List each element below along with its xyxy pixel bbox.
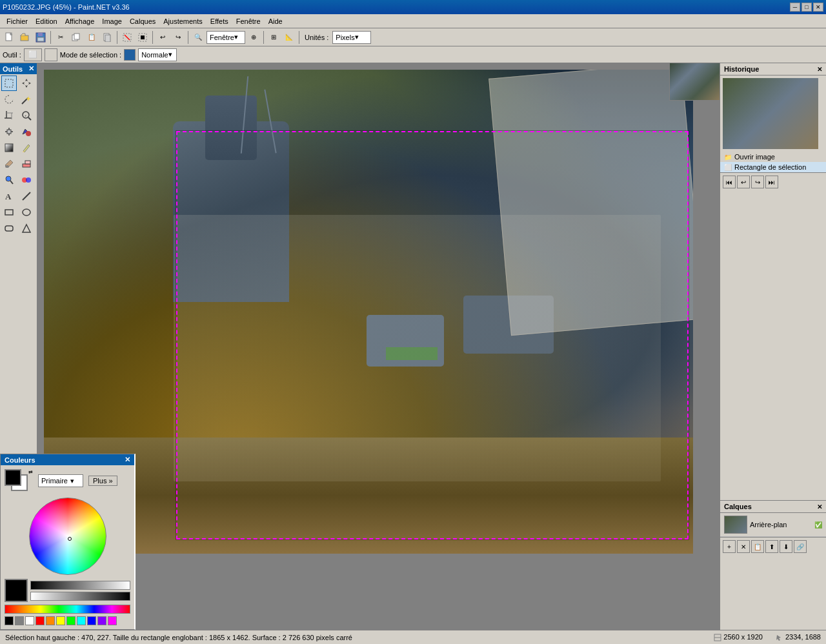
tool-rect-select[interactable]	[1, 75, 17, 91]
layer-down-btn[interactable]: ⬇	[780, 540, 792, 553]
menu-aide[interactable]: Aide	[265, 16, 287, 26]
paste-button[interactable]: 📋	[85, 30, 99, 45]
preset-yellow[interactable]	[56, 616, 65, 625]
menu-fichier[interactable]: Fichier	[3, 16, 32, 26]
preset-white[interactable]	[25, 616, 34, 625]
paste2-button[interactable]	[100, 30, 114, 45]
menu-calques[interactable]: Calques	[126, 16, 159, 26]
layer-duplicate-btn[interactable]: 📋	[751, 540, 764, 553]
save-button[interactable]	[34, 30, 48, 45]
deselect-button[interactable]	[120, 30, 134, 45]
tools-close[interactable]: ✕	[28, 65, 34, 73]
mode-dropdown[interactable]: Normale ▾	[138, 48, 177, 61]
color-mode-dropdown[interactable]: Primaire ▾	[38, 474, 83, 487]
history-close[interactable]: ✕	[817, 66, 822, 73]
preset-cyan[interactable]	[77, 616, 86, 625]
layer-visible-checkbox[interactable]: ✅	[814, 521, 822, 528]
invert-button[interactable]	[136, 30, 150, 45]
preset-gray[interactable]	[15, 616, 24, 625]
menu-affichage[interactable]: Affichage	[61, 16, 99, 26]
zoom-out-button[interactable]: 🔍	[191, 30, 205, 45]
canvas-image	[44, 70, 693, 554]
preset-purple[interactable]	[97, 616, 106, 625]
history-item-open[interactable]: 📁 Ouvrir image	[720, 152, 826, 162]
new-button[interactable]	[3, 30, 17, 45]
cut-button[interactable]: ✂	[54, 30, 68, 45]
tool-color-picker[interactable]	[1, 172, 17, 188]
history-panel-header: Historique ✕	[720, 63, 826, 75]
tool-crop[interactable]	[1, 108, 17, 123]
tool-zoom[interactable]: +	[19, 108, 34, 123]
layers-panel: Calques ✕ Arrière-plan ✅ + ✕ 📋 ⬆ ⬇ 🔗	[720, 501, 826, 630]
tool-freeform[interactable]	[19, 221, 34, 236]
preset-black[interactable]	[5, 616, 14, 625]
copy-button[interactable]	[69, 30, 83, 45]
tool-shape-roundrect[interactable]	[1, 221, 17, 236]
color-wheel[interactable]	[29, 498, 106, 575]
layers-close[interactable]: ✕	[817, 503, 822, 510]
color-opacity-bar[interactable]	[30, 592, 130, 601]
grid-button[interactable]: ⊞	[267, 30, 281, 45]
tool-lasso[interactable]	[1, 92, 17, 107]
tool-text[interactable]: A	[1, 188, 17, 204]
color-rainbow-bar[interactable]	[5, 605, 130, 614]
primary-swatch[interactable]	[5, 469, 21, 486]
menu-image[interactable]: Image	[98, 16, 126, 26]
color-lightness-bar[interactable]	[30, 581, 130, 590]
colors-plus-button[interactable]: Plus »	[88, 476, 117, 486]
history-item-rect[interactable]: ⬜ Rectangle de sélection	[720, 162, 826, 172]
tool-shape-rect[interactable]	[1, 205, 17, 220]
colors-close-btn[interactable]: ✕	[125, 456, 130, 464]
minimize-button[interactable]: ─	[790, 3, 800, 12]
open-button[interactable]	[18, 30, 32, 45]
tool-brush[interactable]	[1, 156, 17, 172]
menu-edition[interactable]: Edition	[32, 16, 61, 26]
tool-recolor[interactable]	[19, 172, 34, 188]
preview-thumbnail	[669, 63, 720, 101]
preset-red[interactable]	[35, 616, 45, 625]
tool-pencil[interactable]	[19, 140, 34, 156]
tool-pan[interactable]	[1, 124, 17, 139]
layer-delete-btn[interactable]: ✕	[737, 540, 750, 553]
preset-blue[interactable]	[87, 616, 96, 625]
colors-top-row: ⇄ Primaire ▾ Plus »	[5, 469, 130, 492]
menu-ajustements[interactable]: Ajustements	[159, 16, 206, 26]
separator-5	[263, 31, 264, 44]
layer-up-btn[interactable]: ⬆	[765, 540, 778, 553]
tool-gradient[interactable]	[1, 140, 17, 156]
tool-eraser[interactable]	[19, 156, 34, 172]
history-redo-btn[interactable]: ↪	[751, 176, 764, 188]
layer-add-btn[interactable]: +	[723, 540, 736, 553]
history-last-btn[interactable]: ⏭	[765, 176, 778, 188]
menu-fenetre[interactable]: Fenêtre	[232, 16, 265, 26]
preset-orange[interactable]	[46, 616, 55, 625]
zoom-in-button[interactable]: ⊕	[247, 30, 261, 45]
menu-effets[interactable]: Effets	[206, 16, 232, 26]
layer-item-background[interactable]: Arrière-plan ✅	[720, 513, 826, 537]
svg-rect-4	[38, 33, 43, 36]
tool-move[interactable]	[19, 75, 34, 91]
maximize-button[interactable]: □	[801, 3, 812, 12]
preset-magenta[interactable]	[108, 616, 117, 625]
units-dropdown[interactable]: Pixels ▾	[332, 31, 371, 44]
preview-image	[670, 63, 720, 100]
ruler-button[interactable]: 📐	[282, 30, 296, 45]
tool-shape-ellipse[interactable]	[19, 205, 34, 220]
tool-color-swatch[interactable]	[45, 48, 57, 61]
tool-line[interactable]	[19, 188, 34, 204]
canvas-area[interactable]	[37, 63, 720, 630]
swap-icon[interactable]: ⇄	[28, 469, 33, 475]
redo-button[interactable]: ↪	[171, 30, 185, 45]
color-preview-large[interactable]	[5, 579, 28, 602]
tool-magic-wand[interactable]	[19, 92, 34, 107]
history-undo-btn[interactable]: ↩	[737, 176, 750, 188]
close-button[interactable]: ✕	[813, 3, 823, 12]
status-right: 2560 x 1920 2334, 1688	[714, 633, 821, 641]
window-mode-dropdown[interactable]: Fenêtre ▾	[206, 31, 245, 44]
preset-green[interactable]	[66, 616, 76, 625]
table-surface	[174, 215, 661, 481]
layer-merge-btn[interactable]: 🔗	[794, 540, 807, 553]
undo-button[interactable]: ↩	[156, 30, 170, 45]
tool-paint-bucket[interactable]	[19, 124, 34, 139]
history-first-btn[interactable]: ⏮	[723, 176, 736, 188]
